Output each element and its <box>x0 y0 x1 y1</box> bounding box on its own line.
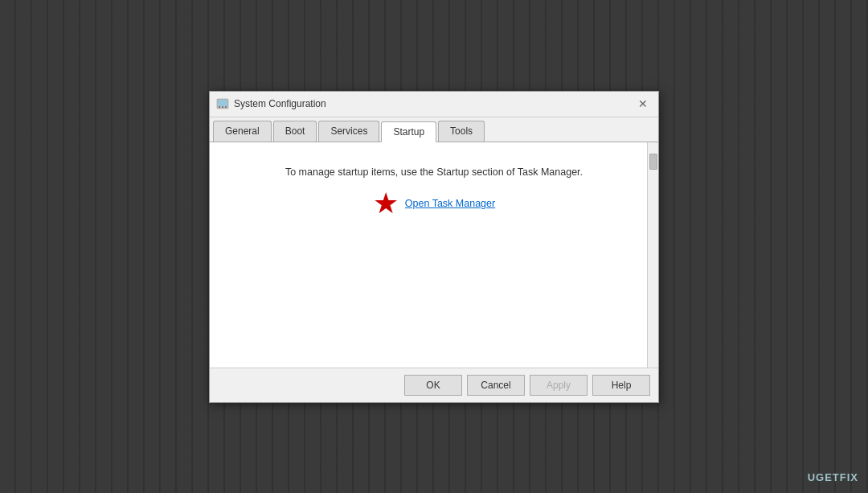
title-bar-left: System Configuration <box>216 97 326 110</box>
content-area: To manage startup items, use the Startup… <box>210 142 658 368</box>
close-button[interactable]: ✕ <box>634 95 652 113</box>
link-row: ★ Open Task Manager <box>373 189 495 218</box>
ok-button[interactable]: OK <box>404 375 462 396</box>
tab-tools[interactable]: Tools <box>438 121 485 142</box>
info-text: To manage startup items, use the Startup… <box>285 166 583 178</box>
tab-general[interactable]: General <box>213 121 272 142</box>
help-button[interactable]: Help <box>592 375 650 396</box>
open-task-manager-link[interactable]: Open Task Manager <box>405 198 495 209</box>
tabs-bar: General Boot Services Startup Tools <box>210 117 658 142</box>
star-icon: ★ <box>373 189 399 218</box>
dialog-title: System Configuration <box>234 98 326 109</box>
title-bar: System Configuration ✕ <box>210 92 658 117</box>
system-configuration-dialog: System Configuration ✕ General Boot Serv… <box>209 91 659 403</box>
svg-point-2 <box>219 106 220 108</box>
svg-rect-1 <box>218 100 227 106</box>
watermark: UGETFIX <box>808 471 858 483</box>
tab-services[interactable]: Services <box>318 121 379 142</box>
tab-boot[interactable]: Boot <box>273 121 317 142</box>
cancel-button[interactable]: Cancel <box>467 375 525 396</box>
svg-point-3 <box>222 106 223 108</box>
apply-button[interactable]: Apply <box>530 375 588 396</box>
tab-startup[interactable]: Startup <box>381 121 436 142</box>
footer: OK Cancel Apply Help <box>210 368 658 402</box>
scrollbar[interactable] <box>647 142 658 368</box>
dialog-icon <box>216 97 229 110</box>
svg-point-4 <box>225 106 227 108</box>
scrollbar-thumb <box>649 154 657 170</box>
